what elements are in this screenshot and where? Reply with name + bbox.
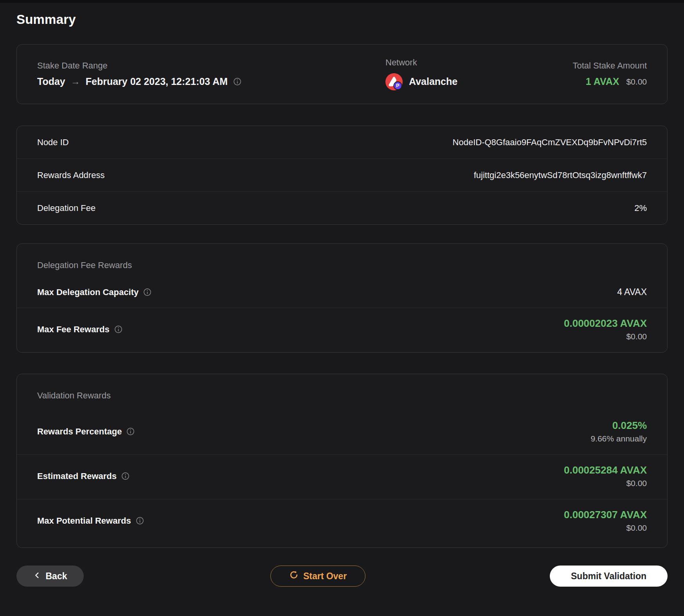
arrow-right-icon: →	[71, 76, 80, 86]
delegation-fee-rewards-title: Delegation Fee Rewards	[17, 244, 667, 280]
delegation-fee-value: 2%	[634, 203, 647, 213]
submit-validation-button[interactable]: Submit Validation	[550, 566, 668, 587]
max-fee-rewards-label: Max Fee Rewards	[37, 324, 110, 335]
max-fee-rewards-value: 0.00002023 AVAX	[564, 318, 647, 328]
table-row-node-id: Node ID NodeID-Q8Gfaaio9FAqCmZVEXDq9bFvN…	[17, 126, 667, 159]
max-delegation-capacity-value: 4 AVAX	[617, 287, 647, 297]
chevron-left-icon	[33, 571, 41, 582]
back-button-label: Back	[46, 571, 67, 582]
top-edge	[0, 0, 684, 3]
max-potential-rewards-info-icon[interactable]	[136, 517, 144, 525]
avalanche-p-chain-icon: P	[385, 73, 403, 90]
max-delegation-capacity-info-icon[interactable]	[143, 288, 151, 296]
total-stake-label: Total Stake Amount	[572, 61, 647, 70]
max-delegation-capacity-label: Max Delegation Capacity	[37, 287, 139, 297]
start-over-button-label: Start Over	[303, 571, 347, 582]
validator-details-card: Node ID NodeID-Q8Gfaaio9FAqCmZVEXDq9bFvN…	[16, 126, 668, 225]
validation-rewards-title: Validation Rewards	[17, 374, 667, 410]
row-max-potential-rewards: Max Potential Rewards 0.00027307 AVAX $0…	[17, 499, 667, 548]
rewards-address-value: fujittgi2e3k56enytwSd78rtOtsq3izg8wnftff…	[474, 170, 647, 180]
delegation-fee-label: Delegation Fee	[37, 203, 95, 213]
validation-rewards-card: Validation Rewards Rewards Percentage 0.…	[16, 374, 668, 548]
network-label: Network	[385, 58, 572, 67]
stake-date-range: Stake Date Range Today → February 02 202…	[37, 61, 385, 87]
estimated-rewards-usd: $0.00	[626, 479, 647, 487]
delegation-fee-rewards-card: Delegation Fee Rewards Max Delegation Ca…	[16, 243, 668, 353]
refresh-icon	[289, 570, 299, 582]
max-fee-rewards-usd: $0.00	[626, 332, 647, 340]
total-stake-usd: $0.00	[626, 77, 647, 86]
rewards-percentage-annual: 9.66% annually	[590, 434, 647, 443]
submit-validation-button-label: Submit Validation	[571, 571, 646, 582]
network-value: Avalanche	[409, 76, 457, 87]
start-over-button[interactable]: Start Over	[270, 566, 365, 587]
estimated-rewards-label: Estimated Rewards	[37, 471, 117, 481]
row-rewards-percentage: Rewards Percentage 0.025% 9.66% annually	[17, 410, 667, 455]
row-max-fee-rewards: Max Fee Rewards 0.00002023 AVAX $0.00	[17, 308, 667, 352]
network-column: Network P Avalanche	[385, 58, 572, 90]
page-title: Summary	[16, 12, 668, 27]
max-potential-rewards-label: Max Potential Rewards	[37, 516, 131, 526]
rewards-percentage-info-icon[interactable]	[126, 427, 135, 436]
estimated-rewards-value: 0.00025284 AVAX	[564, 465, 647, 475]
estimated-rewards-info-icon[interactable]	[121, 472, 130, 480]
node-id-label: Node ID	[37, 137, 69, 148]
stake-date-range-label: Stake Date Range	[37, 61, 385, 70]
back-button[interactable]: Back	[16, 566, 84, 587]
rewards-percentage-value: 0.025%	[612, 420, 647, 430]
table-row-rewards-address: Rewards Address fujittgi2e3k56enytwSd78r…	[17, 159, 667, 192]
max-potential-rewards-usd: $0.00	[626, 524, 647, 532]
total-stake-column: Total Stake Amount 1 AVAX $0.00	[572, 61, 647, 87]
stake-date-info-icon[interactable]	[233, 77, 241, 86]
row-max-delegation-capacity: Max Delegation Capacity 4 AVAX	[17, 280, 667, 308]
table-row-delegation-fee: Delegation Fee 2%	[17, 192, 667, 224]
footer-actions: Back Start Over Submit Validation	[16, 566, 668, 587]
rewards-address-label: Rewards Address	[37, 170, 104, 180]
row-estimated-rewards: Estimated Rewards 0.00025284 AVAX $0.00	[17, 455, 667, 499]
max-potential-rewards-value: 0.00027307 AVAX	[564, 510, 647, 520]
total-stake-amount: 1 AVAX	[586, 76, 619, 87]
stake-end-value: February 02 2023, 12:21:03 AM	[86, 76, 228, 87]
summary-page: Summary Stake Date Range Today → Februar…	[0, 12, 684, 587]
node-id-value: NodeID-Q8Gfaaio9FAqCmZVEXDq9bFvNPvDi7rt5	[453, 137, 647, 148]
p-chain-badge: P	[396, 83, 399, 88]
rewards-percentage-label: Rewards Percentage	[37, 427, 122, 437]
stake-overview-card: Stake Date Range Today → February 02 202…	[16, 44, 668, 104]
stake-start-value: Today	[37, 76, 65, 87]
max-fee-rewards-info-icon[interactable]	[114, 325, 122, 333]
